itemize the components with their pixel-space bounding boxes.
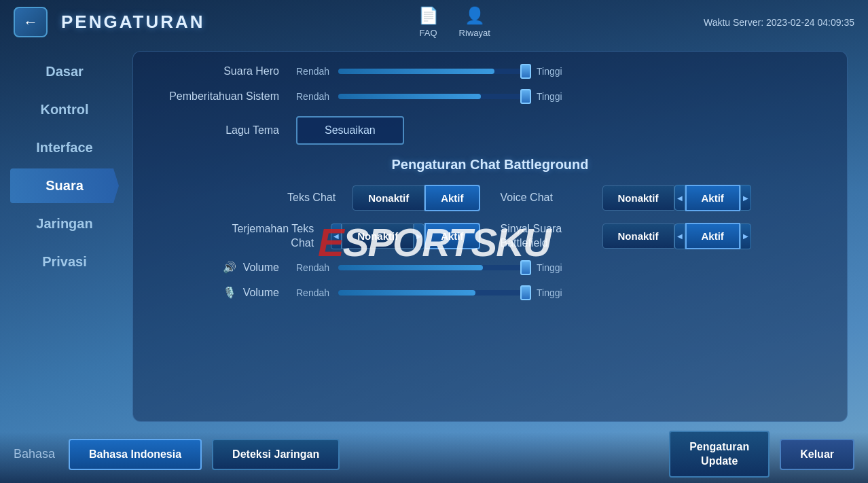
volume-speaker-low: Rendah (296, 262, 330, 273)
suara-hero-slider[interactable]: Rendah Tinggi (296, 66, 827, 77)
top-center-nav: 📄 FAQ 👤 Riwayat (418, 6, 490, 38)
suara-hero-track[interactable] (338, 69, 528, 74)
terjemahan-nonaktif-btn[interactable]: Nonaktif (342, 223, 414, 249)
terjemahan-arrow-left[interactable]: ◀ (331, 223, 342, 249)
sinyal-nonaktif-btn[interactable]: Nonaktif (602, 223, 674, 249)
main-container: Dasar Kontrol Interface Suara Jaringan P… (0, 0, 868, 483)
volume-mic-label: 🎙️ Volume (153, 286, 289, 299)
suara-hero-high: Tinggi (537, 66, 571, 77)
page-title: PENGATURAN (61, 12, 205, 33)
voice-chat-arrow-right[interactable]: ▶ (740, 185, 751, 211)
voice-chat-col: Voice Chat Nonaktif ◀ Aktif ▶ (480, 185, 827, 211)
teks-chat-nonaktif-btn[interactable]: Nonaktif (352, 185, 424, 211)
sinyal-aktif-btn[interactable]: Aktif (685, 223, 740, 249)
lagu-tema-label: Lagu Tema (153, 124, 289, 137)
voice-chat-label: Voice Chat (501, 192, 596, 204)
pemberitahuan-slider[interactable]: Rendah Tinggi (296, 91, 827, 102)
server-time: Waktu Server: 2023-02-24 04:09:35 (704, 17, 854, 28)
terjemahan-col: Terjemahan TeksChat ◀ Nonaktif ▶ Aktif (153, 222, 480, 251)
sinyal-arrow-right[interactable]: ▶ (740, 223, 751, 249)
volume-mic-track[interactable] (338, 290, 528, 296)
volume-speaker-high: Tinggi (537, 262, 571, 273)
terjemahan-aktif-btn[interactable]: Aktif (424, 223, 480, 249)
terjemahan-sinyal-row: Terjemahan TeksChat ◀ Nonaktif ▶ Aktif S… (153, 222, 827, 251)
teks-chat-toggle[interactable]: Nonaktif Aktif (352, 185, 480, 211)
suara-hero-thumb[interactable] (520, 64, 531, 79)
mic-icon: 🎙️ (223, 287, 236, 298)
sinyal-col: Sinyal SuaraBattlefield Nonaktif ◀ Aktif… (480, 222, 827, 251)
sidebar-item-dasar[interactable]: Dasar (10, 54, 119, 89)
terjemahan-arrow-right[interactable]: ▶ (414, 223, 424, 249)
content-area: Suara Hero Rendah Tinggi Pemberitahuan S… (126, 0, 868, 483)
suara-hero-row: Suara Hero Rendah Tinggi (153, 65, 827, 77)
back-icon: ← (23, 14, 38, 31)
settings-panel: Suara Hero Rendah Tinggi Pemberitahuan S… (132, 51, 848, 422)
pemberitahuan-thumb[interactable] (520, 89, 531, 104)
speaker-icon: 🔊 (223, 262, 236, 273)
sinyal-toggle[interactable]: Nonaktif ◀ Aktif ▶ (602, 223, 751, 249)
pemberitahuan-high: Tinggi (537, 91, 571, 102)
faq-icon: 📄 (418, 6, 439, 25)
terjemahan-toggle[interactable]: ◀ Nonaktif ▶ Aktif (331, 223, 480, 249)
suara-hero-low: Rendah (296, 66, 330, 77)
teks-chat-label: Teks Chat (257, 192, 346, 204)
sidebar-item-kontrol[interactable]: Kontrol (10, 92, 119, 127)
history-nav-item[interactable]: 👤 Riwayat (459, 6, 490, 38)
sidebar-item-interface[interactable]: Interface (10, 130, 119, 165)
back-button[interactable]: ← (14, 7, 48, 37)
pemberitahuan-fill (338, 94, 481, 99)
voice-chat-arrow-left[interactable]: ◀ (674, 185, 685, 211)
teks-chat-col: Teks Chat Nonaktif Aktif (153, 185, 480, 211)
teks-voice-row: Teks Chat Nonaktif Aktif Voice Chat Nona… (153, 185, 827, 211)
sidebar: Dasar Kontrol Interface Suara Jaringan P… (0, 0, 126, 483)
volume-mic-slider[interactable]: Rendah Tinggi (296, 287, 827, 298)
sidebar-item-privasi[interactable]: Privasi (10, 245, 119, 279)
volume-speaker-slider[interactable]: Rendah Tinggi (296, 262, 827, 273)
sidebar-item-suara[interactable]: Suara (10, 168, 119, 203)
pemberitahuan-track[interactable] (338, 94, 528, 99)
voice-chat-toggle[interactable]: Nonaktif ◀ Aktif ▶ (602, 185, 751, 211)
sinyal-label: Sinyal SuaraBattlefield (501, 222, 596, 251)
terjemahan-label: Terjemahan TeksChat (232, 222, 325, 251)
volume-mic-row: 🎙️ Volume Rendah Tinggi (153, 286, 827, 299)
voice-chat-aktif-btn[interactable]: Aktif (685, 185, 740, 211)
battleground-chat-header: Pengaturan Chat Battleground (153, 157, 827, 173)
top-bar: ← PENGATURAN 📄 FAQ 👤 Riwayat Waktu Serve… (0, 0, 868, 44)
sidebar-item-jaringan[interactable]: Jaringan (10, 207, 119, 241)
sesuaikan-button[interactable]: Sesuaikan (296, 116, 404, 145)
pemberitahuan-low: Rendah (296, 91, 330, 102)
voice-chat-nonaktif-btn[interactable]: Nonaktif (602, 185, 674, 211)
volume-mic-low: Rendah (296, 287, 330, 298)
volume-speaker-track[interactable] (338, 265, 528, 270)
volume-speaker-row: 🔊 Volume Rendah Tinggi (153, 261, 827, 274)
faq-label: FAQ (420, 28, 437, 38)
pemberitahuan-label: Pemberitahuan Sistem (153, 90, 289, 104)
faq-nav-item[interactable]: 📄 FAQ (418, 6, 439, 38)
volume-speaker-fill (338, 265, 483, 270)
history-icon: 👤 (465, 6, 485, 25)
pemberitahuan-row: Pemberitahuan Sistem Rendah Tinggi (153, 90, 827, 104)
volume-mic-high: Tinggi (537, 287, 571, 298)
volume-mic-fill (338, 290, 475, 296)
suara-hero-fill (338, 69, 494, 74)
lagu-tema-row: Lagu Tema Sesuaikan (153, 116, 827, 145)
volume-mic-thumb[interactable] (520, 285, 531, 300)
teks-chat-aktif-btn[interactable]: Aktif (424, 185, 480, 211)
top-left: ← PENGATURAN (14, 7, 205, 37)
sinyal-arrow-left[interactable]: ◀ (674, 223, 685, 249)
suara-hero-label: Suara Hero (153, 65, 289, 77)
volume-speaker-thumb[interactable] (520, 260, 531, 275)
history-label: Riwayat (459, 28, 490, 38)
volume-speaker-label: 🔊 Volume (153, 261, 289, 274)
